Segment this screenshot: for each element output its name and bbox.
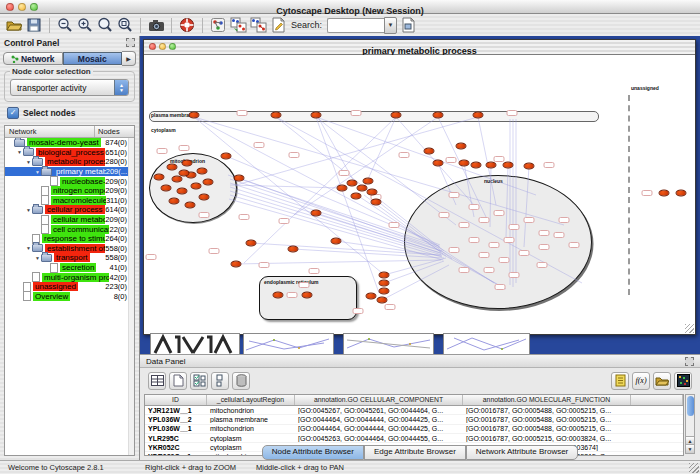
network-node[interactable] bbox=[302, 292, 313, 299]
network-node[interactable] bbox=[433, 160, 444, 167]
network-node[interactable] bbox=[391, 112, 402, 119]
tab-node-attribute-browser[interactable]: Node Attribute Browser bbox=[262, 445, 364, 460]
scrollbar-thumb[interactable] bbox=[687, 396, 694, 416]
background-window[interactable] bbox=[343, 333, 434, 356]
network-node[interactable] bbox=[182, 160, 193, 167]
open-file-icon[interactable] bbox=[5, 16, 23, 34]
tree-expander-icon[interactable]: ▼ bbox=[16, 149, 23, 155]
minimize-button[interactable] bbox=[18, 3, 26, 11]
import-node-attributes-icon[interactable] bbox=[229, 16, 247, 34]
search-dropdown-arrow[interactable]: ▼ bbox=[384, 17, 397, 34]
view-maximize-button[interactable] bbox=[169, 43, 176, 50]
tree-item[interactable]: response to stimulu264(0) bbox=[5, 234, 134, 244]
node-color-dropdown[interactable]: transporter activity ▲▼ bbox=[10, 79, 129, 96]
window-resize-grip[interactable] bbox=[689, 463, 699, 473]
network-node[interactable] bbox=[172, 176, 183, 183]
table-row[interactable]: YPL036W__2plasma membrane[GO:0044464, GO… bbox=[145, 415, 683, 424]
zoom-out-icon[interactable] bbox=[56, 16, 74, 34]
column-header-id[interactable]: ID bbox=[145, 395, 207, 405]
attribute-matrix-icon[interactable] bbox=[674, 372, 692, 390]
float-data-panel-icon[interactable] bbox=[685, 357, 694, 366]
network-view-titlebar[interactable]: primary metabolic process bbox=[144, 40, 695, 55]
tree-item[interactable]: multi-organism pro42(0) bbox=[5, 272, 134, 282]
table-row[interactable]: YJR121W__1mitochondrion[GO:0045267, GO:0… bbox=[145, 406, 683, 415]
network-node[interactable] bbox=[456, 143, 467, 150]
new-attribute-icon[interactable] bbox=[169, 372, 187, 390]
tree-item[interactable]: ▼primary metabo209(... bbox=[5, 167, 134, 177]
tree-expander-icon[interactable]: ▼ bbox=[34, 255, 41, 261]
network-node[interactable] bbox=[288, 246, 299, 253]
tree-item[interactable]: ▼transport558(0) bbox=[5, 253, 134, 263]
network-node[interactable] bbox=[185, 202, 196, 209]
view-minimize-button[interactable] bbox=[159, 43, 166, 50]
column-header-cellular-component[interactable]: annotation.GO CELLULAR_COMPONENT bbox=[295, 395, 463, 405]
network-node[interactable] bbox=[199, 194, 210, 201]
network-node[interactable] bbox=[379, 280, 390, 287]
column-header-molecular-function[interactable]: annotation.GO MOLECULAR_FUNCTION bbox=[463, 395, 631, 405]
select-nodes-checkbox[interactable]: ✓ bbox=[7, 107, 19, 119]
network-node[interactable] bbox=[337, 185, 348, 192]
network-node[interactable] bbox=[231, 261, 242, 268]
tab-overflow-arrow[interactable]: ▶ bbox=[122, 51, 136, 66]
zoom-actual-icon[interactable] bbox=[116, 16, 134, 34]
network-node[interactable] bbox=[459, 160, 470, 167]
tab-network[interactable]: Network bbox=[3, 52, 63, 65]
tree-column-nodes[interactable]: Nodes bbox=[94, 126, 134, 137]
network-node[interactable] bbox=[221, 153, 232, 160]
network-node[interactable] bbox=[379, 272, 390, 279]
network-node[interactable] bbox=[367, 189, 378, 196]
import-edge-attributes-icon[interactable] bbox=[249, 16, 267, 34]
tree-expander-icon[interactable]: ▼ bbox=[25, 207, 32, 213]
delete-attribute-icon[interactable] bbox=[232, 372, 250, 390]
network-node[interactable] bbox=[347, 180, 358, 187]
maximize-button[interactable] bbox=[30, 3, 38, 11]
network-node[interactable] bbox=[234, 175, 245, 182]
unselect-attributes-icon[interactable] bbox=[211, 372, 229, 390]
network-node[interactable] bbox=[203, 179, 214, 186]
network-node[interactable] bbox=[676, 190, 687, 197]
network-node[interactable] bbox=[167, 164, 178, 171]
tree-item[interactable]: Overview8(0) bbox=[5, 292, 134, 302]
network-node[interactable] bbox=[363, 178, 374, 185]
snapshot-icon[interactable] bbox=[147, 16, 165, 34]
tree-item[interactable]: ▼metabolic process280(0) bbox=[5, 157, 134, 167]
close-button[interactable] bbox=[6, 3, 14, 11]
attribute-table-icon[interactable] bbox=[148, 372, 166, 390]
tree-item[interactable]: ▼establishment of lo558(0) bbox=[5, 244, 134, 254]
tree-expander-icon[interactable]: ▼ bbox=[25, 245, 32, 251]
attribute-notes-icon[interactable] bbox=[611, 372, 629, 390]
network-node[interactable] bbox=[471, 162, 482, 169]
network-node[interactable] bbox=[161, 185, 172, 192]
tree-expander-icon[interactable]: ▼ bbox=[25, 159, 32, 165]
network-node[interactable] bbox=[179, 170, 190, 177]
formula-builder-icon[interactable]: f(x) bbox=[632, 372, 650, 390]
tab-network-attribute-browser[interactable]: Network Attribute Browser bbox=[466, 445, 578, 460]
network-node[interactable] bbox=[197, 168, 208, 175]
tree-expander-icon[interactable]: ▼ bbox=[34, 169, 41, 175]
network-node[interactable] bbox=[424, 148, 435, 155]
float-panel-icon[interactable] bbox=[126, 38, 135, 47]
search-input[interactable] bbox=[327, 18, 384, 33]
network-node[interactable] bbox=[311, 210, 322, 217]
tree-item[interactable]: nitrogen compo209(0) bbox=[5, 186, 134, 196]
tree-scrollbar[interactable] bbox=[128, 138, 134, 455]
network-node[interactable] bbox=[366, 293, 377, 300]
network-node[interactable] bbox=[177, 188, 188, 195]
select-attributes-icon[interactable] bbox=[190, 372, 208, 390]
tree-item[interactable]: ▼cellular process614(0) bbox=[5, 205, 134, 215]
view-close-button[interactable] bbox=[149, 43, 156, 50]
table-row[interactable]: YLR295Ccytoplasm[GO:0045263, GO:0044464,… bbox=[145, 434, 683, 443]
network-node[interactable] bbox=[246, 240, 257, 247]
network-node[interactable] bbox=[371, 199, 382, 206]
tree-item[interactable]: cell communicat22(0) bbox=[5, 224, 134, 234]
network-node[interactable] bbox=[271, 112, 282, 119]
network-node[interactable] bbox=[433, 112, 444, 119]
column-header-region[interactable]: _cellularLayoutRegion bbox=[207, 395, 295, 405]
tree-item[interactable]: unassigned223(0) bbox=[5, 282, 134, 292]
network-node[interactable] bbox=[331, 238, 342, 245]
vizmapper-icon[interactable] bbox=[209, 16, 227, 34]
network-node[interactable] bbox=[377, 297, 388, 304]
network-node[interactable] bbox=[191, 183, 202, 190]
network-view-window[interactable]: primary metabolic process plasma membran… bbox=[143, 39, 696, 335]
zoom-in-icon[interactable] bbox=[76, 16, 94, 34]
